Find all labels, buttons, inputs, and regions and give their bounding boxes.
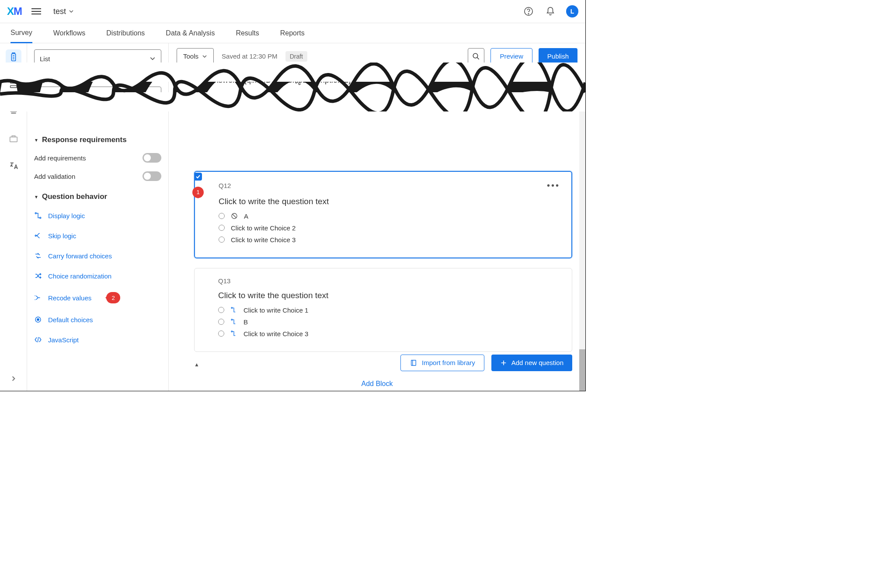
bell-icon[interactable] (544, 5, 557, 17)
choice-row[interactable]: B (218, 318, 560, 326)
question-select-checkbox[interactable] (194, 173, 202, 181)
rail-options-icon[interactable] (6, 131, 21, 146)
radio-icon[interactable] (219, 225, 225, 231)
svg-point-11 (473, 53, 478, 58)
alignment-value: Vertical (40, 92, 61, 100)
carry-forward-button[interactable]: Carry forward choices (34, 246, 161, 266)
add-validation-toggle[interactable] (143, 171, 161, 181)
choice-row[interactable]: Click to write Choice 1 (218, 306, 560, 314)
recode-values-button[interactable]: Recode values 2 (34, 286, 161, 310)
rail-look-icon[interactable] (6, 104, 21, 119)
help-icon[interactable] (522, 5, 535, 17)
project-dropdown[interactable]: test (53, 7, 74, 16)
draft-badge: Draft (285, 51, 307, 62)
choice-label[interactable]: Click to write Choice 2 (231, 224, 296, 232)
rail-builder-icon[interactable] (6, 49, 21, 65)
publish-button[interactable]: Publish (539, 48, 577, 65)
radio-icon[interactable] (219, 213, 225, 219)
question-card-q13[interactable]: Q13 Click to write the question text Cli… (194, 268, 572, 352)
rail-expand-icon[interactable] (10, 376, 17, 383)
carry-forward-icon (230, 306, 237, 313)
import-library-button[interactable]: Import from library (400, 355, 484, 371)
menu-icon[interactable] (31, 7, 41, 16)
svg-rect-16 (411, 360, 416, 365)
choice-row[interactable]: Click to write Choice 3 (218, 330, 560, 337)
search-icon (472, 52, 480, 60)
import-label: Import from library (422, 359, 475, 366)
addq-label: Add new question (511, 359, 563, 366)
radio-icon[interactable] (218, 307, 224, 313)
svg-point-15 (231, 331, 233, 332)
caret-down-icon: ▼ (34, 195, 38, 199)
logo-x: X (7, 5, 14, 17)
choice-label[interactable]: Click to write Choice 1 (243, 306, 308, 314)
avatar-initial: L (570, 8, 574, 15)
choice-row[interactable]: Click to write Choice 3 (219, 236, 560, 244)
question-text[interactable]: Click to write the question text (218, 291, 560, 300)
piped-answer-line: Answer: ${q://QID1/ChoiceDescription/2} (209, 74, 563, 87)
scrollbar-track[interactable] (579, 70, 585, 391)
radio-icon[interactable] (218, 319, 224, 325)
choice-label[interactable]: B (243, 318, 248, 326)
behav-label: Display logic (48, 212, 85, 219)
tab-distributions[interactable]: Distributions (106, 24, 145, 42)
question-type-select[interactable]: List (34, 49, 161, 68)
tools-label: Tools (183, 52, 198, 60)
response-requirements-header[interactable]: ▼ Response requirements (34, 131, 161, 149)
choice-label[interactable]: A (244, 212, 248, 220)
project-name-label: test (53, 7, 66, 16)
callout-1: 1 (192, 187, 204, 198)
avatar[interactable]: L (566, 5, 578, 17)
choice-randomization-button[interactable]: Choice randomization (34, 266, 161, 286)
tab-reports[interactable]: Reports (280, 24, 305, 42)
add-requirements-label: Add requirements (34, 154, 86, 162)
carry-forward-icon (230, 318, 237, 325)
rail-translate-icon[interactable] (6, 158, 21, 174)
scrollbar-thumb[interactable] (579, 349, 585, 391)
tools-dropdown[interactable]: Tools (177, 48, 214, 65)
javascript-button[interactable]: JavaScript (34, 330, 161, 350)
xm-logo[interactable]: XM (7, 5, 22, 17)
svg-point-13 (231, 307, 233, 309)
chevron-down-icon (150, 56, 156, 62)
display-logic-button[interactable]: Display logic (34, 205, 161, 226)
radio-icon[interactable] (218, 331, 224, 337)
svg-point-6 (35, 212, 36, 214)
svg-rect-4 (10, 86, 17, 88)
tab-data-analysis[interactable]: Data & Analysis (166, 24, 215, 42)
behav-label: JavaScript (48, 336, 79, 344)
question-card-q12[interactable]: 1 Q12 ••• Click to write the question te… (194, 171, 572, 258)
publish-label: Publish (547, 52, 569, 60)
tab-results[interactable]: Results (236, 24, 259, 42)
svg-point-10 (37, 319, 39, 321)
preview-button[interactable]: Preview (490, 48, 532, 65)
choice-row[interactable]: Click to write Choice 2 (219, 224, 560, 232)
question-text[interactable]: Click to write the question text (219, 197, 560, 206)
question-type-value: List (40, 55, 50, 63)
piped-text-block: Answer: ${q://QID1/ChoiceDescription/2} … (199, 70, 572, 114)
tab-survey[interactable]: Survey (10, 24, 32, 43)
chevron-down-icon (202, 54, 207, 59)
radio-icon[interactable] (219, 237, 225, 243)
question-more-icon[interactable]: ••• (547, 181, 560, 191)
add-question-button[interactable]: Add new question (491, 355, 572, 371)
callout-2: 2 (106, 292, 120, 303)
behav-label: Skip logic (48, 232, 76, 240)
saved-status: Saved at 12:30 PM (222, 52, 278, 60)
default-choices-button[interactable]: Default choices (34, 310, 161, 330)
skip-logic-button[interactable]: Skip logic (34, 226, 161, 246)
rail-flow-icon[interactable] (6, 77, 21, 92)
search-button[interactable] (468, 48, 484, 65)
behav-label: Recode values (48, 294, 91, 302)
add-block-button[interactable]: Add Block (182, 380, 572, 388)
svg-point-7 (40, 217, 41, 219)
choice-label[interactable]: Click to write Choice 3 (231, 236, 296, 244)
tab-workflows[interactable]: Workflows (53, 24, 86, 42)
alignment-select[interactable]: Vertical (34, 87, 161, 105)
library-icon (410, 359, 417, 367)
choice-label[interactable]: Click to write Choice 3 (243, 330, 308, 337)
add-requirements-toggle[interactable] (143, 153, 161, 163)
exclude-icon (231, 212, 238, 219)
choice-row[interactable]: A (219, 212, 560, 220)
question-behavior-header[interactable]: ▼ Question behavior (34, 188, 161, 205)
